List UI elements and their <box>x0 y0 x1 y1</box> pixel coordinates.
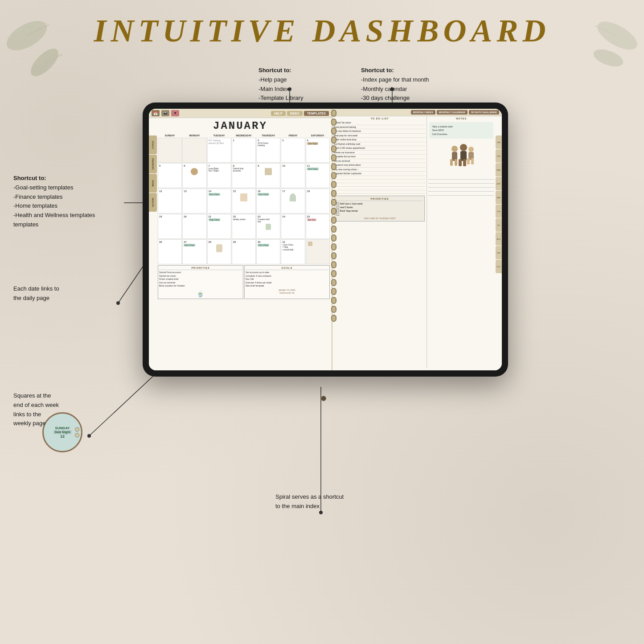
cal-day-1[interactable]: 1 <box>232 138 256 163</box>
sidebar-right-tab-7[interactable]: JUL <box>496 218 502 232</box>
sidebar-right-tab-2[interactable]: FEB <box>496 149 502 163</box>
nav-tab-30-days[interactable]: 30 DAYS CHALLENGE <box>469 110 499 115</box>
cal-day-31[interactable]: 31 • Gym Class• Yoga• sound bath <box>281 239 305 264</box>
cal-day-empty[interactable] <box>158 138 182 163</box>
spiral-ring <box>331 110 336 117</box>
priority-item-2: Submit tax return <box>159 275 242 278</box>
cal-day-25[interactable]: 25 Spa Day <box>306 214 330 239</box>
spiral-ring <box>331 181 336 188</box>
right-priority-3: Book Yoga retreat <box>336 209 423 213</box>
nav-tab-templates[interactable]: TEMPLATES <box>304 111 329 116</box>
cal-day-6[interactable]: 6 <box>182 163 206 188</box>
svg-rect-30 <box>471 158 474 164</box>
sidebar-tab-finances[interactable]: FINANCES <box>149 155 157 173</box>
cal-day-30[interactable]: 30 Gym Class <box>256 239 280 264</box>
spiral-ring <box>331 270 336 277</box>
cal-day-16[interactable]: 16 Gym Class <box>256 189 280 213</box>
sidebar-tab-home[interactable]: HOME <box>149 174 157 193</box>
sidebar-right-tab-9[interactable]: SEP <box>496 246 502 259</box>
cal-day-28[interactable]: 28 <box>207 239 231 264</box>
cal-day-2[interactable]: 2 10:10 Zoommeeting <box>256 138 280 163</box>
sidebar-right-tab-10[interactable]: OCT <box>496 260 502 273</box>
notes-column: NOTES Take a bubble bathSave $300Call Gr… <box>427 116 495 368</box>
ann-mid-line3: -Template Library <box>258 94 303 101</box>
calendar-icon[interactable]: 📅 <box>152 110 160 116</box>
svg-rect-26 <box>463 159 466 166</box>
cal-day-5[interactable]: 5 <box>158 163 182 188</box>
col-sun: SUNDAY <box>158 134 182 137</box>
cal-day-9[interactable]: 9 <box>256 163 280 188</box>
cal-day-26[interactable]: 26 <box>158 239 182 264</box>
todo-item-13: Organize kitchen cupboards <box>334 172 426 176</box>
cal-day-19[interactable]: 19 <box>158 214 182 239</box>
todo-item-blank3 <box>334 183 426 187</box>
cal-day-empty2[interactable] <box>182 138 206 163</box>
nav-tab-monthly-index[interactable]: MONTHLY INDEX <box>411 110 435 115</box>
cal-day-8[interactable]: 8 Submit finalaccounts <box>232 163 256 188</box>
camera-icon[interactable]: 📷 <box>161 110 169 116</box>
cal-day-24[interactable]: 24 <box>281 214 305 239</box>
cal-day-23[interactable]: 23 Creative briefdue <box>256 214 280 239</box>
spiral-ring <box>331 127 336 135</box>
right-page-header: MONTHLY INDEX MONTHLY CALENDAR 30 DAYS C… <box>332 109 502 116</box>
spiral-ring <box>331 315 336 322</box>
sidebar-right-tab-6[interactable]: JUN <box>496 205 502 218</box>
cal-day-4[interactable]: 4 Date Night <box>306 138 330 163</box>
todo-item-7: Book in DR review appointment <box>334 146 426 151</box>
right-priority-4 <box>336 213 423 216</box>
annotation-spiral: Spiral serves as a shortcutto the main i… <box>275 492 344 511</box>
nav-tab-monthly-calendar[interactable]: MONTHLY CALENDAR <box>437 110 468 115</box>
note-line <box>428 193 494 196</box>
todo-title: TO DO LIST <box>334 117 426 120</box>
ann-left-line3: -Home templates <box>13 202 57 209</box>
tablet-home-button[interactable] <box>321 396 326 401</box>
cal-day-15[interactable]: 15 <box>232 189 256 213</box>
svg-rect-21 <box>450 159 453 166</box>
cal-day-27[interactable]: 27 Gym Class <box>182 239 206 264</box>
cal-day-17[interactable]: 17 <box>281 189 305 213</box>
cal-day-10[interactable]: 10 <box>281 163 305 188</box>
todo-item-blank1 <box>334 176 426 180</box>
cal-day-18[interactable]: 18 <box>306 189 330 213</box>
right-priorities-box: PRIORITIES Self Care x 3 per week read 3… <box>335 196 425 222</box>
sidebar-right-tab-3[interactable]: MAR <box>496 163 502 176</box>
page-title: INTUITIVE DASHBOARD <box>0 0 644 49</box>
bottom-section: PRIORITIES Submit Final accounts Submit … <box>158 265 330 299</box>
nav-tab-help[interactable]: HELP <box>271 111 286 116</box>
cal-day-7[interactable]: 7 Laura BdayTea 7:30pm <box>207 163 231 188</box>
sidebar-tab-health[interactable]: HEALTH <box>149 193 157 212</box>
nav-tab-index[interactable]: INDEX <box>287 111 303 116</box>
sidebar-right-tab-5[interactable]: MAY <box>496 191 502 204</box>
heart-icon[interactable]: ♥ <box>171 110 179 116</box>
note-line <box>428 189 494 192</box>
cal-day-12[interactable]: 12 <box>158 189 182 213</box>
cal-day-20[interactable]: 20 <box>182 214 206 239</box>
sidebar-right-tab-8[interactable]: AUG <box>496 232 502 246</box>
sidebar-tabs-left: GOALS FINANCES HOME HEALTH <box>149 135 157 212</box>
todo-item-4: Meal prep for next week <box>334 134 426 138</box>
spiral-ring <box>331 217 336 224</box>
cal-day-3[interactable]: 3 <box>281 138 305 163</box>
spiral-ring <box>331 234 336 242</box>
spiral-binding[interactable] <box>331 109 337 370</box>
cal-day-21[interactable]: 21 Yoga Class <box>207 214 231 239</box>
cal-day-29[interactable]: 29 <box>232 239 256 264</box>
people-illustration <box>446 142 477 171</box>
spiral-ring <box>331 145 336 152</box>
note-line <box>428 180 494 184</box>
cal-day-13[interactable]: 13 <box>182 189 206 213</box>
cal-day-14[interactable]: 14 Gym Class <box>207 189 231 213</box>
header-icons: 📅 📷 ♥ <box>152 110 179 116</box>
priority-item-4: Get car serviced <box>159 281 242 285</box>
sidebar-tab-goals[interactable]: GOALS <box>149 135 157 154</box>
sidebar-right-tab-4[interactable]: APR <box>496 177 502 190</box>
cal-day-22[interactable]: 22 weekly review <box>232 214 256 239</box>
notes-text: Take a bubble bathSave $300Call Grandma <box>431 124 492 137</box>
right-page: MONTHLY INDEX MONTHLY CALENDAR 30 DAYS C… <box>332 109 502 370</box>
col-wed: WEDNESDAY <box>232 134 256 137</box>
cal-day-11[interactable]: 11 Gym Class <box>306 163 330 188</box>
cal-day-empty3[interactable]: HIT Trainingsession @ 9am <box>207 138 231 163</box>
sidebar-right-tab-1[interactable]: JAN <box>496 135 502 149</box>
left-page-header: 📅 📷 ♥ HELP INDEX TEMPLATES <box>149 109 332 118</box>
annotation-squares: Squares at the end of each week links to… <box>13 391 59 428</box>
